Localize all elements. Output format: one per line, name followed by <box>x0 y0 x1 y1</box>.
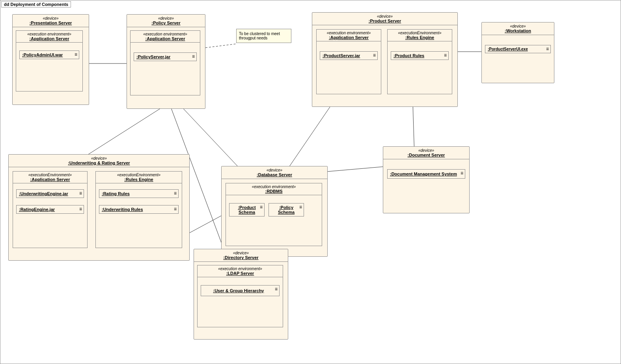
document-server-title: «device» :Document Server <box>383 147 469 159</box>
presentation-server-body: «execution environment» :Application Ser… <box>13 27 89 96</box>
workstation-node: «device» :Workstation :PorductServerUI.e… <box>481 22 554 83</box>
directory-server-stereotype: «device» <box>196 251 285 255</box>
prod-rules-name: :Rules Engine <box>389 35 451 40</box>
dir-exec-name: :LDAP Server <box>199 271 282 276</box>
svg-line-1 <box>205 44 237 48</box>
underwriting-server-title: «device» :Underwriting & Rating Server <box>9 155 189 167</box>
pres-exec-name: :Application Server <box>17 36 81 41</box>
policy-server-stereotype: «device» <box>129 16 203 21</box>
underwriting-engine-artifact: :UnderwritingEngine.jar <box>16 189 84 198</box>
policy-server-node: «device» :Policy Server «execution envir… <box>127 14 205 109</box>
policy-server-body: «execution environment» :Application Ser… <box>127 27 205 100</box>
rating-rules-artifact: :Rating Rules <box>99 189 179 198</box>
underwriting-rules-artifact: :Underwriting Rules <box>99 205 179 214</box>
prod-rules-stereotype: «executionEnvironment» <box>389 31 451 35</box>
db-exec-name: :RDBMS <box>227 189 321 194</box>
db-exec-stereotype: «execution environment» <box>227 185 321 189</box>
directory-server-title: «device» :Directory Server <box>194 249 288 262</box>
note-box: To be clustered to meet througput needs <box>236 29 291 43</box>
uw-app-name: :Application Server <box>14 177 86 182</box>
product-server-name: :Product Server <box>315 19 455 23</box>
product-server-jar-artifact: :ProductServer.jar <box>320 51 378 60</box>
doc-management-artifact: :Document Management System <box>387 169 465 179</box>
database-server-title: «device» :Database Server <box>222 166 327 179</box>
presentation-server-title: «device» :Presentation Server <box>13 15 89 27</box>
prod-app-name: :Application Server <box>318 35 380 40</box>
policy-admin-ui-artifact: :PolicyAdminUI.war <box>19 50 79 59</box>
product-server-node: «device» :Product Server «execution envi… <box>312 12 458 107</box>
user-group-hierarchy-artifact: :User & Group Hierarchy <box>201 285 280 296</box>
rating-engine-artifact: :RatingEngine.jar <box>16 205 84 214</box>
uw-rules-name: :Rules Engine <box>97 177 181 182</box>
note-text: To be clustered to meet througput needs <box>239 32 280 40</box>
product-schema-artifact: :Product Schema <box>229 203 265 217</box>
workstation-stereotype: «device» <box>484 24 552 28</box>
document-server-name: :Document Server <box>386 153 467 157</box>
workstation-title: «device» :Workstation <box>482 22 554 35</box>
policy-server-title: «device» :Policy Server <box>127 15 205 27</box>
directory-server-node: «device» :Directory Server «execution en… <box>194 249 288 340</box>
underwriting-server-node: «device» :Underwriting & Rating Server «… <box>8 154 190 261</box>
policy-exec-stereotype: «execution environment» <box>132 32 199 36</box>
prod-app-stereotype: «execution environment» <box>318 31 380 35</box>
database-server-name: :Database Server <box>224 172 325 177</box>
workstation-name: :Workstation <box>484 28 552 33</box>
policy-server-name: :Policy Server <box>129 21 203 25</box>
underwriting-server-stereotype: «device» <box>11 156 187 161</box>
underwriting-server-name: :Underwriting & Rating Server <box>11 161 187 165</box>
policy-server-jar-artifact: :PolicyServer.jar <box>134 52 197 61</box>
diagram-title: dd Deployment of Components <box>1 1 71 7</box>
presentation-server-stereotype: «device» <box>15 16 86 21</box>
policy-exec-name: :Application Server <box>132 36 199 41</box>
document-server-node: «device» :Document Server :Document Mana… <box>383 146 470 213</box>
policy-schema-artifact: :Policy Schema <box>269 203 304 217</box>
database-server-stereotype: «device» <box>224 168 325 172</box>
product-rules-artifact: :Product Rules <box>391 51 449 60</box>
svg-line-2 <box>79 105 166 160</box>
product-server-stereotype: «device» <box>315 14 455 19</box>
uw-app-stereotype: «executionEnvironment» <box>14 173 86 177</box>
document-server-stereotype: «device» <box>386 148 467 153</box>
presentation-server-node: «device» :Presentation Server «execution… <box>12 14 89 105</box>
dir-exec-stereotype: «execution environment» <box>199 267 282 271</box>
directory-server-name: :Directory Server <box>196 255 285 260</box>
uw-rules-stereotype: «executionEnvironment» <box>97 173 181 177</box>
presentation-server-name: :Presentation Server <box>15 21 86 25</box>
workstation-artifact: :PorductServerUI.exe <box>485 45 551 53</box>
pres-exec-stereotype: «execution environment» <box>17 32 81 36</box>
diagram-container: dd Deployment of Components «device» :Pr… <box>0 0 621 364</box>
database-server-node: «device» :Database Server «execution env… <box>221 166 328 257</box>
product-server-title: «device» :Product Server <box>312 13 457 25</box>
